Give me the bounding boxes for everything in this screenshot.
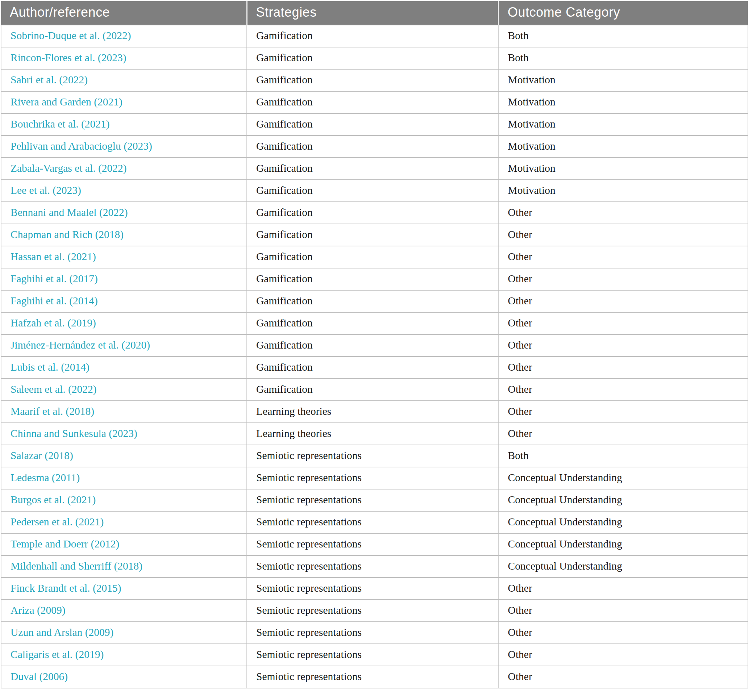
outcome-cell: Motivation: [498, 91, 748, 113]
table-row: Maarif et al. (2018) Learning theories O…: [1, 401, 748, 423]
author-cell: Salazar (2018): [1, 445, 247, 467]
outcome-cell: Other: [498, 202, 748, 224]
strategy-cell: Gamification: [247, 136, 498, 157]
table-row: Finck Brandt et al. (2015) Semiotic repr…: [1, 578, 748, 600]
table-row: Ariza (2009) Semiotic representations Ot…: [1, 600, 748, 622]
table-row: Bouchrika et al. (2021) Gamification Mot…: [1, 113, 748, 136]
author-cell: Mildenhall and Sherriff (2018): [1, 555, 247, 578]
strategy-cell: Gamification: [247, 335, 498, 356]
outcome-cell: Other: [498, 356, 748, 379]
citation-link[interactable]: Pedersen et al. (2021): [11, 516, 104, 527]
author-cell: Zabala-Vargas et al. (2022): [1, 157, 247, 180]
strategy-cell: Gamification: [247, 157, 498, 180]
table-row: Rincon-Flores et al. (2023) Gamification…: [1, 47, 748, 69]
author-cell: Lee et al. (2023): [1, 180, 247, 202]
author-cell: Caligaris et al. (2019): [1, 644, 247, 666]
strategy-cell: Learning theories: [247, 423, 498, 445]
strategy-cell: Learning theories: [247, 401, 498, 423]
citation-link[interactable]: Faghihi et al. (2014): [11, 295, 98, 307]
table-row: Bennani and Maalel (2022) Gamification O…: [1, 202, 748, 224]
citation-link[interactable]: Caligaris et al. (2019): [11, 648, 104, 660]
citation-link[interactable]: Hafzah et al. (2019): [11, 317, 96, 329]
header-row: Author/reference Strategies Outcome Cate…: [1, 1, 748, 25]
author-cell: Jiménez-Hernández et al. (2020): [1, 335, 247, 356]
outcome-cell: Motivation: [498, 180, 748, 202]
author-cell: Finck Brandt et al. (2015): [1, 578, 247, 600]
citation-link[interactable]: Uzun and Arslan (2009): [11, 627, 113, 638]
table-row: Burgos et al. (2021) Semiotic representa…: [1, 489, 748, 511]
author-cell: Hassan et al. (2021): [1, 246, 247, 268]
citation-link[interactable]: Maarif et al. (2018): [11, 405, 94, 417]
author-cell: Temple and Doerr (2012): [1, 533, 247, 555]
table-row: Temple and Doerr (2012) Semiotic represe…: [1, 533, 748, 555]
citation-link[interactable]: Rincon-Flores et al. (2023): [11, 52, 127, 63]
strategy-cell: Gamification: [247, 113, 498, 136]
citation-link[interactable]: Chinna and Sunkesula (2023): [11, 428, 138, 439]
table-body: Sobrino-Duque et al. (2022) Gamification…: [1, 25, 748, 688]
citation-link[interactable]: Saleem et al. (2022): [11, 383, 97, 395]
column-header-author: Author/reference: [1, 1, 247, 25]
outcome-cell: Other: [498, 268, 748, 290]
table-row: Jiménez-Hernández et al. (2020) Gamifica…: [1, 335, 748, 356]
column-header-outcome-category: Outcome Category: [498, 1, 748, 25]
outcome-cell: Conceptual Understanding: [498, 511, 748, 533]
citation-link[interactable]: Salazar (2018): [11, 449, 73, 461]
citation-link[interactable]: Pehlivan and Arabacioglu (2023): [11, 140, 152, 152]
outcome-cell: Both: [498, 445, 748, 467]
outcome-cell: Motivation: [498, 69, 748, 91]
strategy-cell: Gamification: [247, 202, 498, 224]
citation-link[interactable]: Duval (2006): [11, 671, 68, 682]
strategy-cell: Semiotic representations: [247, 600, 498, 622]
strategy-cell: Semiotic representations: [247, 445, 498, 467]
citation-link[interactable]: Temple and Doerr (2012): [11, 538, 119, 550]
table-row: Uzun and Arslan (2009) Semiotic represen…: [1, 622, 748, 644]
citation-link[interactable]: Bouchrika et al. (2021): [11, 118, 110, 130]
table-row: Sabri et al. (2022) Gamification Motivat…: [1, 69, 748, 91]
author-cell: Pehlivan and Arabacioglu (2023): [1, 136, 247, 157]
outcome-cell: Conceptual Understanding: [498, 555, 748, 578]
citation-link[interactable]: Faghihi et al. (2017): [11, 273, 98, 284]
citation-link[interactable]: Ledesma (2011): [11, 472, 80, 483]
citation-link[interactable]: Rivera and Garden (2021): [11, 96, 122, 108]
outcome-cell: Other: [498, 578, 748, 600]
table-row: Pehlivan and Arabacioglu (2023) Gamifica…: [1, 136, 748, 157]
outcome-cell: Other: [498, 644, 748, 666]
citation-link[interactable]: Sabri et al. (2022): [11, 74, 88, 86]
author-cell: Faghihi et al. (2014): [1, 290, 247, 312]
outcome-cell: Conceptual Understanding: [498, 467, 748, 489]
strategy-cell: Semiotic representations: [247, 644, 498, 666]
author-cell: Rincon-Flores et al. (2023): [1, 47, 247, 69]
citation-link[interactable]: Chapman and Rich (2018): [11, 229, 124, 240]
strategy-cell: Gamification: [247, 312, 498, 335]
citation-link[interactable]: Lubis et al. (2014): [11, 361, 90, 373]
strategy-cell: Semiotic representations: [247, 533, 498, 555]
strategy-cell: Semiotic representations: [247, 622, 498, 644]
citation-link[interactable]: Ariza (2009): [11, 604, 66, 616]
citation-link[interactable]: Bennani and Maalel (2022): [11, 206, 128, 218]
citation-link[interactable]: Lee et al. (2023): [11, 185, 81, 196]
table-row: Faghihi et al. (2017) Gamification Other: [1, 268, 748, 290]
author-cell: Uzun and Arslan (2009): [1, 622, 247, 644]
strategy-cell: Gamification: [247, 25, 498, 47]
author-cell: Rivera and Garden (2021): [1, 91, 247, 113]
author-cell: Sobrino-Duque et al. (2022): [1, 25, 247, 47]
citation-link[interactable]: Sobrino-Duque et al. (2022): [11, 30, 131, 41]
outcome-cell: Motivation: [498, 113, 748, 136]
outcome-cell: Other: [498, 312, 748, 335]
outcome-cell: Other: [498, 224, 748, 246]
citation-link[interactable]: Zabala-Vargas et al. (2022): [11, 162, 127, 174]
author-cell: Chinna and Sunkesula (2023): [1, 423, 247, 445]
strategy-cell: Semiotic representations: [247, 555, 498, 578]
author-cell: Ledesma (2011): [1, 467, 247, 489]
citation-link[interactable]: Mildenhall and Sherriff (2018): [11, 560, 142, 572]
table-row: Lee et al. (2023) Gamification Motivatio…: [1, 180, 748, 202]
citation-link[interactable]: Burgos et al. (2021): [11, 494, 96, 506]
outcome-cell: Other: [498, 290, 748, 312]
strategy-cell: Gamification: [247, 356, 498, 379]
strategy-cell: Semiotic representations: [247, 666, 498, 688]
outcome-cell: Both: [498, 25, 748, 47]
author-cell: Faghihi et al. (2017): [1, 268, 247, 290]
citation-link[interactable]: Finck Brandt et al. (2015): [11, 582, 121, 594]
citation-link[interactable]: Jiménez-Hernández et al. (2020): [11, 339, 150, 351]
citation-link[interactable]: Hassan et al. (2021): [11, 251, 96, 262]
